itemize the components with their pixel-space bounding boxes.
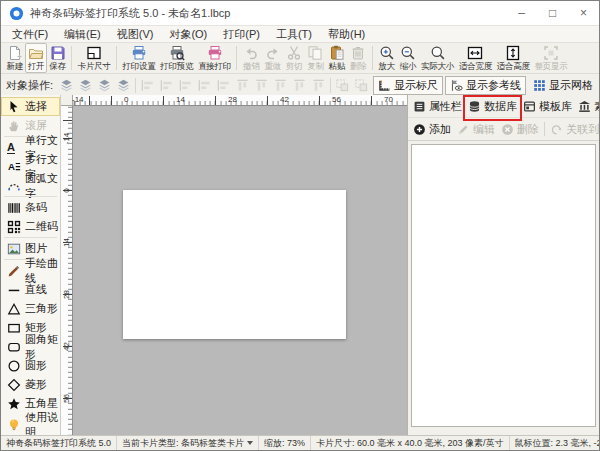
minimize-button[interactable]: –: [506, 1, 537, 25]
align-v-icon: [273, 78, 288, 93]
h-ruler-label: 0: [124, 95, 128, 104]
send-backward-button[interactable]: [114, 76, 133, 94]
zoom-in-button[interactable]: 放大: [376, 43, 397, 73]
copy-label: 复制: [307, 61, 323, 71]
edit-label: 编辑: [473, 122, 495, 137]
maximize-button[interactable]: □: [537, 1, 568, 25]
star-icon: [7, 397, 21, 411]
same-size-button: [290, 76, 309, 94]
main-toolbar: 新建打开保存卡片尺寸打印设置打印预览直接打印撤销重做剪切复制粘贴删除放大缩小实际…: [1, 43, 599, 74]
show-grid-toggle[interactable]: 显示网格: [528, 76, 598, 95]
print-preview-button[interactable]: 打印预览: [158, 43, 196, 73]
window-title: 神奇条码标签打印系统 5.0 - 未命名1.lbcp: [30, 6, 230, 21]
tool-triangle[interactable]: 三角形: [1, 299, 60, 318]
status-segment-0: 神奇条码标签打印系统 5.0: [1, 436, 117, 450]
add-button[interactable]: 添加: [410, 122, 454, 137]
tool-diamond[interactable]: 菱形: [1, 375, 60, 394]
zoom-out-label: 缩小: [400, 61, 416, 71]
align-v-icon: [311, 78, 326, 93]
status-text: 卡片尺寸: 60.0 毫米 x 40.0 毫米, 203 像素/英寸: [316, 437, 504, 450]
layers-icon: [97, 78, 112, 93]
show-guides-label: 显示参考线: [466, 78, 521, 93]
close-button[interactable]: ×: [568, 1, 599, 25]
new-label: 新建: [7, 61, 23, 71]
tool-select[interactable]: 选择: [1, 97, 60, 116]
design-canvas-area[interactable]: -1401428425670-14014284256: [61, 95, 407, 436]
menu-object[interactable]: 对象(O): [161, 27, 215, 42]
tab-props-icon: [413, 100, 426, 113]
bring-to-front-button[interactable]: [57, 76, 76, 94]
fit-width-button[interactable]: 适合宽度: [457, 43, 495, 73]
menu-file[interactable]: 文件(F): [4, 27, 56, 42]
paste-button[interactable]: 粘贴: [326, 43, 347, 73]
tool-help[interactable]: 使用说明: [1, 415, 60, 434]
print-settings-button[interactable]: 打印设置: [120, 43, 158, 73]
tab-database[interactable]: 数据库: [465, 97, 520, 116]
tool-circle[interactable]: 圆形: [1, 356, 60, 375]
app-icon: [9, 6, 24, 21]
title-bar: 神奇条码标签打印系统 5.0 - 未命名1.lbcp – □ ×: [1, 1, 599, 26]
tool-rounded-rectangle[interactable]: 圆角矩形: [1, 337, 60, 356]
tool-barcode[interactable]: 条码: [1, 198, 60, 217]
menu-view[interactable]: 视图(V): [109, 27, 162, 42]
label-page[interactable]: [123, 190, 346, 339]
tab-materials[interactable]: 素材库: [575, 97, 600, 116]
toolbar-separator: [116, 46, 117, 70]
ungroup-button: [352, 76, 371, 94]
fit-width-icon: [467, 45, 483, 61]
status-segment-1[interactable]: 当前卡片类型: 条码标签类卡片: [117, 436, 259, 450]
distribute-v-button: [309, 76, 328, 94]
tab-templates[interactable]: 模板库: [520, 97, 575, 116]
open-folder-icon: [28, 45, 44, 61]
menu-print[interactable]: 打印(P): [215, 27, 268, 42]
menu-edit[interactable]: 编辑(E): [56, 27, 109, 42]
zoom-out-icon: [400, 45, 416, 61]
tool-circle-label: 圆形: [25, 358, 47, 373]
bring-forward-button[interactable]: [95, 76, 114, 94]
tool-qrcode[interactable]: 二维码: [1, 217, 60, 236]
send-to-back-button[interactable]: [76, 76, 95, 94]
align-v-icon: [254, 78, 269, 93]
v-ruler-label: 56: [62, 391, 71, 407]
show-guides-toggle[interactable]: 显示参考线: [445, 76, 526, 95]
card-size-button[interactable]: 卡片尺寸: [75, 43, 113, 73]
actions-separator: [544, 122, 545, 136]
fit-height-label: 适合高度: [497, 61, 530, 71]
cut-button: 剪切: [283, 43, 304, 73]
text-arc-icon: [7, 179, 21, 193]
distribute-h-button: [195, 76, 214, 94]
v-ruler-label: 28: [62, 287, 71, 303]
save-label: 保存: [49, 61, 65, 71]
open-button[interactable]: 打开: [25, 43, 46, 73]
menu-help[interactable]: 帮助(H): [320, 27, 373, 42]
print-direct-label: 直接打印: [198, 61, 231, 71]
actual-size-button[interactable]: 实际大小: [419, 43, 457, 73]
new-button[interactable]: 新建: [4, 43, 25, 73]
save-button[interactable]: 保存: [47, 43, 68, 73]
qrcode-icon: [7, 220, 21, 234]
rect-icon: [7, 321, 21, 335]
tool-triangle-label: 三角形: [25, 301, 58, 316]
status-text: 鼠标位置: 2.3 毫米, -25.3 毫米: [515, 437, 599, 450]
tool-freehand-curve[interactable]: 手绘曲线: [1, 261, 60, 280]
zoom-in-icon: [379, 45, 395, 61]
show-ruler-toggle[interactable]: 显示标尺: [373, 76, 443, 95]
tab-properties[interactable]: 属性栏: [410, 97, 465, 116]
menu-tools[interactable]: 工具(T): [268, 27, 320, 42]
redo-icon: [265, 45, 281, 61]
tab-material-icon: [578, 100, 591, 113]
barcode-icon: [7, 201, 21, 215]
status-text: 缩放: 73%: [264, 437, 305, 450]
undo-button: 撤销: [240, 43, 261, 73]
zoom-out-button[interactable]: 缩小: [397, 43, 418, 73]
database-list-area[interactable]: [411, 144, 596, 427]
show-grid-label: 显示网格: [549, 78, 593, 93]
print-settings-label: 打印设置: [123, 61, 156, 71]
cursor-icon: [7, 100, 21, 114]
fit-height-button[interactable]: 适合高度: [494, 43, 532, 73]
print-direct-button[interactable]: 直接打印: [196, 43, 234, 73]
tool-line[interactable]: 直线: [1, 280, 60, 299]
redo-label: 重做: [264, 61, 280, 71]
guide-eye-icon: [450, 79, 463, 92]
tool-text-arc[interactable]: 圆弧文字: [1, 176, 60, 195]
